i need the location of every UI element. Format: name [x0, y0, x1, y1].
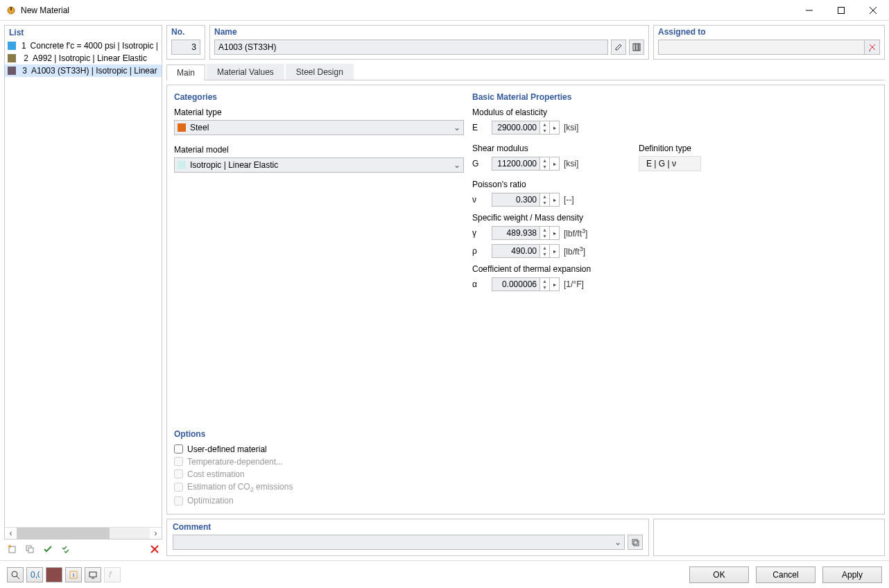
search-icon[interactable] — [7, 567, 24, 582]
nu-input[interactable]: 0.300 — [492, 193, 540, 207]
alpha-pick-icon[interactable]: ▸ — [550, 277, 560, 291]
svg-rect-13 — [633, 44, 635, 51]
chevron-down-icon: ⌄ — [454, 160, 460, 170]
tab-steel-design[interactable]: Steel Design — [286, 64, 354, 80]
temperature-checkbox: Temperature-dependent... — [174, 457, 464, 467]
name-label: Name — [214, 27, 644, 37]
assigned-input[interactable] — [658, 40, 865, 55]
list-item-num: 1 — [20, 41, 26, 51]
list-item[interactable]: 1 Concrete f'c = 4000 psi | Isotropic | … — [5, 40, 162, 52]
E-spinner[interactable]: ▲▼ — [540, 121, 550, 135]
info-icon[interactable] — [65, 567, 82, 582]
function-icon[interactable]: f — [104, 567, 121, 582]
color-swatch — [8, 42, 16, 50]
specific-weight-label: Specific weight / Mass density — [472, 213, 877, 223]
svg-rect-10 — [28, 548, 33, 553]
scroll-thumb[interactable] — [17, 528, 110, 539]
svg-point-18 — [12, 571, 17, 577]
color-swatch — [8, 67, 16, 75]
G-spinner[interactable]: ▲▼ — [540, 157, 550, 171]
nu-unit: [--] — [564, 195, 574, 205]
tab-strip: Main Material Values Steel Design — [166, 64, 885, 80]
E-pick-icon[interactable]: ▸ — [550, 121, 560, 135]
minimize-button[interactable] — [793, 0, 825, 21]
svg-rect-16 — [632, 539, 637, 544]
horizontal-scrollbar[interactable]: ‹ › — [5, 527, 162, 539]
gamma-pick-icon[interactable]: ▸ — [550, 226, 560, 240]
scroll-left-icon[interactable]: ‹ — [5, 528, 17, 539]
G-symbol: G — [472, 159, 492, 168]
alpha-input[interactable]: 0.000006 — [492, 277, 540, 291]
nu-pick-icon[interactable]: ▸ — [550, 193, 560, 207]
name-input[interactable]: A1003 (ST33H) — [214, 40, 608, 55]
decimals-icon[interactable]: 0,00 — [26, 567, 43, 582]
material-type-combo[interactable]: Steel ⌄ — [174, 120, 464, 135]
list-item-num: 3 — [20, 66, 27, 76]
svg-rect-1 — [10, 7, 12, 10]
assigned-label: Assigned to — [658, 27, 880, 37]
material-model-label: Material model — [174, 145, 464, 155]
svg-text:0,00: 0,00 — [31, 570, 40, 580]
color-swatch — [8, 54, 16, 62]
list-item-label: A1003 (ST33H) | Isotropic | Linear Elast… — [31, 66, 159, 76]
alpha-symbol: α — [472, 279, 492, 289]
rho-input[interactable]: 490.00 — [492, 244, 540, 258]
copy-comment-icon[interactable] — [628, 535, 643, 550]
G-pick-icon[interactable]: ▸ — [550, 157, 560, 171]
check-all-icon[interactable] — [58, 542, 74, 557]
definition-type-label: Definition type — [639, 144, 701, 153]
E-unit: [ksi] — [564, 123, 578, 132]
comment-input[interactable]: ⌄ — [173, 535, 625, 550]
rho-spinner[interactable]: ▲▼ — [540, 244, 550, 258]
tab-main[interactable]: Main — [166, 64, 205, 80]
material-model-combo[interactable]: Isotropic | Linear Elastic ⌄ — [174, 157, 464, 173]
no-input[interactable]: 3 — [171, 40, 200, 55]
rho-symbol: ρ — [472, 246, 492, 256]
nu-spinner[interactable]: ▲▼ — [540, 193, 550, 207]
library-icon[interactable] — [629, 40, 644, 55]
G-input[interactable]: 11200.000 — [492, 157, 540, 171]
optimization-checkbox: Optimization — [174, 496, 464, 505]
co2-checkbox: Estimation of CO2 emissions — [174, 482, 464, 493]
rho-pick-icon[interactable]: ▸ — [550, 244, 560, 258]
remove-assigned-icon[interactable] — [865, 40, 880, 55]
display-icon[interactable] — [85, 567, 101, 582]
svg-line-19 — [17, 576, 19, 579]
list-item[interactable]: 2 A992 | Isotropic | Linear Elastic — [5, 52, 162, 64]
list-header: List — [5, 26, 162, 40]
gamma-input[interactable]: 489.938 — [492, 226, 540, 240]
alpha-spinner[interactable]: ▲▼ — [540, 277, 550, 291]
poisson-label: Poisson's ratio — [472, 180, 877, 189]
material-type-swatch — [178, 123, 186, 132]
maximize-button[interactable] — [825, 0, 857, 21]
edit-name-icon[interactable] — [611, 40, 626, 55]
alpha-unit: [1/°F] — [564, 279, 584, 289]
cancel-button[interactable]: Cancel — [756, 567, 815, 583]
apply-button[interactable]: Apply — [822, 567, 882, 583]
E-symbol: E — [472, 123, 492, 132]
list-item[interactable]: 3 A1003 (ST33H) | Isotropic | Linear Ela… — [5, 64, 162, 77]
chevron-down-icon: ⌄ — [454, 123, 460, 132]
check-icon[interactable] — [40, 542, 55, 557]
options-title: Options — [174, 429, 464, 439]
tab-material-values[interactable]: Material Values — [207, 64, 284, 80]
material-model-swatch — [178, 161, 186, 169]
gamma-spinner[interactable]: ▲▼ — [540, 226, 550, 240]
ok-button[interactable]: OK — [689, 567, 749, 583]
gamma-unit: [lbf/ft3] — [564, 227, 587, 239]
delete-icon[interactable] — [147, 542, 162, 557]
title-bar: New Material — [0, 0, 889, 21]
copy-item-icon[interactable] — [22, 542, 37, 557]
window-title: New Material — [21, 6, 793, 15]
E-input[interactable]: 29000.000 — [492, 121, 540, 135]
new-item-icon[interactable] — [4, 542, 19, 557]
comment-label: Comment — [173, 522, 643, 532]
categories-title: Categories — [174, 92, 464, 102]
material-list[interactable]: 1 Concrete f'c = 4000 psi | Isotropic | … — [5, 40, 162, 527]
list-item-num: 2 — [20, 53, 28, 63]
color-icon[interactable] — [46, 567, 62, 582]
user-defined-checkbox[interactable]: User-defined material — [174, 444, 464, 454]
close-button[interactable] — [857, 0, 889, 21]
scroll-right-icon[interactable]: › — [150, 528, 162, 539]
gamma-symbol: γ — [472, 228, 492, 238]
